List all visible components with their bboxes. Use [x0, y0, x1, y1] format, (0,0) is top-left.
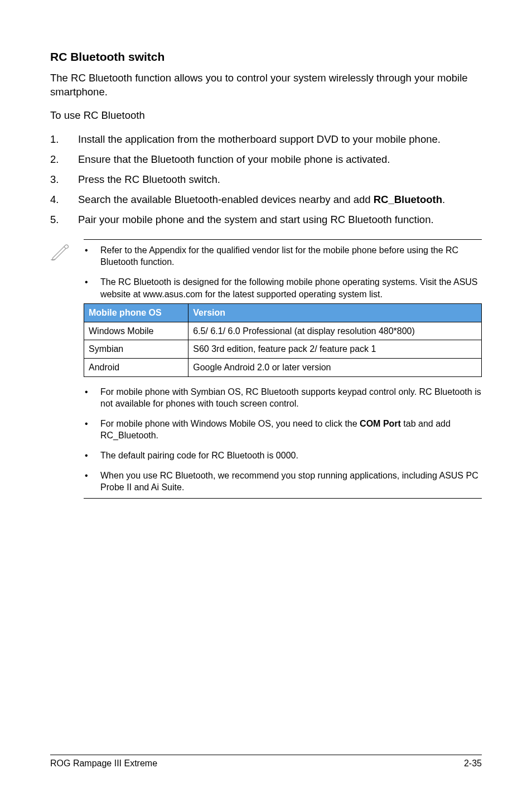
- intro-paragraph: The RC Bluetooth function allows you to …: [50, 71, 482, 99]
- step-item: Press the RC Bluetooth switch.: [50, 173, 482, 187]
- note-item: • The default pairing code for RC Blueto…: [84, 450, 482, 462]
- bullet-icon: •: [84, 418, 100, 442]
- step-text: Ensure that the Bluetooth function of yo…: [78, 153, 390, 167]
- note-item: • For mobile phone with Symbian OS, RC B…: [84, 386, 482, 410]
- footer-right: 2-35: [464, 758, 482, 769]
- note-bullets-top: • Refer to the Appendix for the qualifie…: [84, 244, 482, 300]
- pencil-note-icon: [50, 240, 70, 260]
- table-cell-os: Android: [84, 358, 188, 376]
- step-item: Ensure that the Bluetooth function of yo…: [50, 153, 482, 167]
- step-pre: Search the available Bluetooth-enabled d…: [78, 194, 374, 205]
- step-text: Pair your mobile phone and the system an…: [78, 213, 434, 227]
- note-bold: COM Port: [360, 419, 401, 428]
- note-text: For mobile phone with Symbian OS, RC Blu…: [100, 386, 482, 410]
- note-pre: For mobile phone with Windows Mobile OS,…: [100, 419, 360, 428]
- table-row: Windows Mobile 6.5/ 6.1/ 6.0 Professiona…: [84, 322, 482, 340]
- step-text: Search the available Bluetooth-enabled d…: [78, 193, 445, 207]
- table-cell-os: Windows Mobile: [84, 322, 188, 340]
- table-row: Android Google Android 2.0 or later vers…: [84, 358, 482, 376]
- step-text: Press the RC Bluetooth switch.: [78, 173, 220, 187]
- table-header-row: Mobile phone OS Version: [84, 304, 482, 322]
- table-cell-version: Google Android 2.0 or later version: [188, 358, 482, 376]
- note-item: • The RC Bluetooth is designed for the f…: [84, 276, 482, 300]
- os-table-wrap: Mobile phone OS Version Windows Mobile 6…: [84, 303, 482, 376]
- table-cell-os: Symbian: [84, 340, 188, 359]
- step-item: Pair your mobile phone and the system an…: [50, 213, 482, 227]
- step-item: Install the application from the motherb…: [50, 133, 482, 147]
- bullet-icon: •: [84, 470, 100, 494]
- note-text: Refer to the Appendix for the qualified …: [100, 244, 482, 268]
- table-header-os: Mobile phone OS: [84, 304, 188, 322]
- bullet-icon: •: [84, 450, 100, 462]
- os-version-table: Mobile phone OS Version Windows Mobile 6…: [84, 303, 482, 376]
- note-content: • Refer to the Appendix for the qualifie…: [84, 239, 482, 499]
- note-text: The RC Bluetooth is designed for the fol…: [100, 276, 482, 300]
- sub-heading: To use RC Bluetooth: [50, 109, 482, 122]
- note-icon: [50, 239, 84, 499]
- note-text: The default pairing code for RC Bluetoot…: [100, 450, 482, 462]
- table-cell-version: 6.5/ 6.1/ 6.0 Professional (at display r…: [188, 322, 482, 340]
- note-item: • Refer to the Appendix for the qualifie…: [84, 244, 482, 268]
- table-cell-version: S60 3rd edition, feature pack 2/ feature…: [188, 340, 482, 359]
- bullet-icon: •: [84, 276, 100, 300]
- table-row: Symbian S60 3rd edition, feature pack 2/…: [84, 340, 482, 359]
- step-bold: RC_Bluetooth: [374, 194, 442, 205]
- note-item: • When you use RC Bluetooth, we recommen…: [84, 470, 482, 494]
- note-text: For mobile phone with Windows Mobile OS,…: [100, 418, 482, 442]
- section-heading: RC Bluetooth switch: [50, 50, 482, 64]
- step-item: Search the available Bluetooth-enabled d…: [50, 193, 482, 207]
- bullet-icon: •: [84, 244, 100, 268]
- page-footer: ROG Rampage III Extreme 2-35: [50, 755, 482, 769]
- note-item: • For mobile phone with Windows Mobile O…: [84, 418, 482, 442]
- bullet-icon: •: [84, 386, 100, 410]
- footer-left: ROG Rampage III Extreme: [50, 758, 157, 769]
- numbered-steps: Install the application from the motherb…: [50, 133, 482, 227]
- note-bullets-bottom: • For mobile phone with Symbian OS, RC B…: [84, 386, 482, 494]
- note-text: When you use RC Bluetooth, we recommend …: [100, 470, 482, 494]
- note-block: • Refer to the Appendix for the qualifie…: [50, 239, 482, 499]
- table-header-version: Version: [188, 304, 482, 322]
- step-text: Install the application from the motherb…: [78, 133, 441, 147]
- step-post: .: [442, 194, 445, 205]
